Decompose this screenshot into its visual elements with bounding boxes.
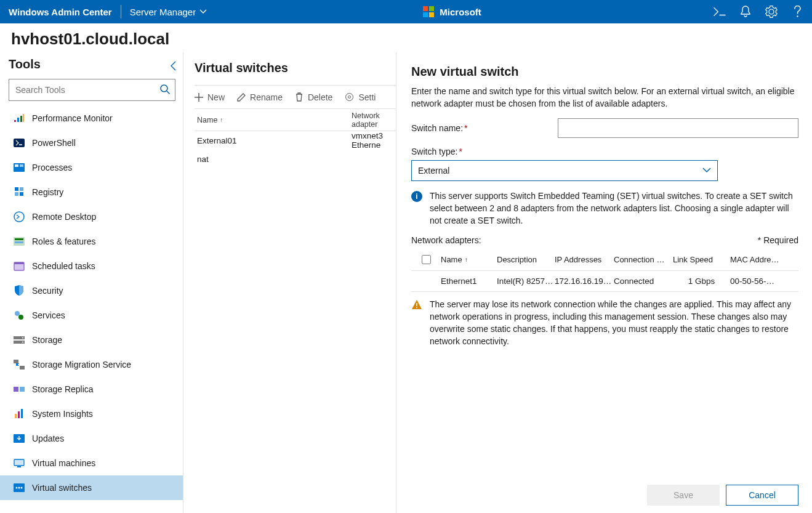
nav-label: Storage Replica: [32, 384, 94, 394]
tool-virtual-machines[interactable]: Virtual machines: [0, 451, 183, 475]
powershell-icon: [14, 137, 25, 148]
table-row[interactable]: External01 vmxnet3 Etherne: [195, 131, 396, 150]
svg-rect-12: [15, 192, 18, 196]
processes-icon: [14, 162, 25, 173]
svg-rect-43: [416, 307, 417, 309]
acol-name[interactable]: Name↑: [441, 255, 497, 264]
adapters-table-header: Name↑ Description IP Addresses Connectio…: [411, 248, 798, 271]
svg-rect-8: [15, 164, 18, 167]
svg-rect-34: [14, 459, 24, 466]
svg-rect-42: [416, 303, 417, 306]
nav-label: Virtual machines: [32, 458, 95, 468]
switch-name-input[interactable]: [558, 118, 798, 138]
app-switcher[interactable]: Server Manager: [130, 7, 207, 17]
adapter-row[interactable]: Ethernet1 Intel(R) 8257… 172.16.16.19… C…: [411, 271, 798, 292]
svg-rect-6: [14, 139, 25, 147]
save-button[interactable]: Save: [647, 485, 720, 506]
help-icon[interactable]: [791, 6, 803, 18]
tool-registry[interactable]: Registry: [0, 180, 183, 204]
info-icon: i: [411, 191, 422, 202]
svg-point-0: [797, 15, 798, 17]
command-bar: New Rename Delete Setti: [195, 85, 396, 108]
tool-services[interactable]: Services: [0, 303, 183, 328]
acol-speed[interactable]: Link Speed: [673, 255, 730, 264]
settings-icon[interactable]: [765, 6, 778, 18]
nav-label: Storage: [32, 335, 62, 345]
nav-label: Updates: [32, 434, 64, 443]
panel-intro: Enter the name and switch type for this …: [411, 85, 798, 110]
tool-processes[interactable]: Processes: [0, 155, 183, 180]
gear-icon: [345, 92, 354, 102]
cancel-button[interactable]: Cancel: [726, 485, 798, 506]
nav-label: Performance Monitor: [32, 113, 113, 123]
nav-label: Storage Migration Service: [32, 360, 131, 370]
switches-list-pane: Virtual switches New Rename Delete Setti…: [183, 52, 396, 513]
nav-label: Virtual switches: [32, 483, 92, 493]
microsoft-logo: Microsoft: [423, 6, 481, 17]
svg-rect-27: [20, 366, 25, 370]
select-all-checkbox[interactable]: [422, 255, 431, 264]
settings-button[interactable]: Setti: [345, 92, 376, 102]
panel-title: New virtual switch: [411, 65, 798, 79]
svg-point-37: [16, 487, 18, 489]
tool-storage-migration[interactable]: Storage Migration Service: [0, 352, 183, 377]
sort-asc-icon: ↑: [220, 116, 223, 123]
tool-storage[interactable]: Storage: [0, 328, 183, 352]
chevron-left-icon: [169, 60, 178, 71]
tool-virtual-switches[interactable]: Virtual switches: [0, 475, 183, 500]
tool-roles-features[interactable]: Roles & features: [0, 229, 183, 254]
tool-scheduled-tasks[interactable]: Scheduled tasks: [0, 254, 183, 278]
acol-desc[interactable]: Description: [497, 255, 555, 264]
svg-rect-11: [20, 187, 23, 191]
tools-search-input[interactable]: [9, 79, 175, 101]
tool-remote-desktop[interactable]: Remote Desktop: [0, 204, 183, 229]
sort-asc-icon: ↑: [465, 256, 468, 263]
trash-icon: [295, 92, 303, 102]
tool-storage-replica[interactable]: Storage Replica: [0, 377, 183, 402]
col-name-header[interactable]: Name↑: [195, 116, 352, 124]
svg-point-38: [18, 487, 20, 489]
svg-rect-2: [14, 120, 16, 122]
svg-rect-17: [15, 241, 23, 243]
header-divider: [121, 5, 121, 18]
nav-label: Services: [32, 310, 65, 320]
acol-conn[interactable]: Connection …: [614, 255, 673, 264]
required-label: * Required: [758, 235, 798, 245]
delete-button[interactable]: Delete: [295, 92, 332, 102]
rename-button[interactable]: Rename: [237, 92, 283, 102]
svg-point-41: [348, 96, 351, 99]
col-network-header[interactable]: Network adapter: [352, 111, 396, 129]
switches-table-header: Name↑ Network adapter: [195, 109, 396, 131]
acol-mac[interactable]: MAC Addre…: [730, 255, 798, 264]
svg-rect-26: [14, 360, 18, 363]
table-row[interactable]: nat: [195, 150, 396, 168]
tool-powershell[interactable]: PowerShell: [0, 131, 183, 155]
adapters-label-row: Network adapters: * Required: [411, 235, 798, 245]
warning-row: The server may lose its network connecti…: [411, 298, 798, 347]
storage-replica-icon: [14, 384, 25, 395]
svg-rect-30: [15, 414, 17, 418]
switches-table: Name↑ Network adapter External01 vmxnet3…: [195, 108, 396, 168]
svg-rect-10: [15, 187, 18, 191]
app-switcher-label: Server Manager: [130, 7, 196, 17]
brand-title[interactable]: Windows Admin Center: [9, 7, 112, 17]
tools-nav[interactable]: Performance Monitor PowerShell Processes…: [0, 106, 183, 513]
tool-updates[interactable]: Updates: [0, 426, 183, 451]
switch-name-label: Switch name:*: [411, 123, 558, 133]
tool-system-insights[interactable]: System Insights: [0, 402, 183, 426]
services-icon: [14, 310, 25, 321]
nav-label: Processes: [32, 163, 72, 172]
switch-type-dropdown[interactable]: External: [411, 160, 718, 181]
pencil-icon: [237, 93, 246, 102]
svg-rect-9: [20, 164, 23, 167]
notifications-icon[interactable]: [739, 6, 752, 18]
microsoft-grid-icon: [423, 6, 434, 17]
search-icon[interactable]: [159, 84, 171, 95]
collapse-sidebar-button[interactable]: [169, 60, 178, 71]
console-icon[interactable]: [714, 6, 726, 18]
tool-performance-monitor[interactable]: Performance Monitor: [0, 106, 183, 131]
acol-ip[interactable]: IP Addresses: [555, 255, 614, 264]
svg-rect-4: [20, 116, 22, 122]
new-button[interactable]: New: [195, 92, 225, 102]
tool-security[interactable]: Security: [0, 278, 183, 303]
